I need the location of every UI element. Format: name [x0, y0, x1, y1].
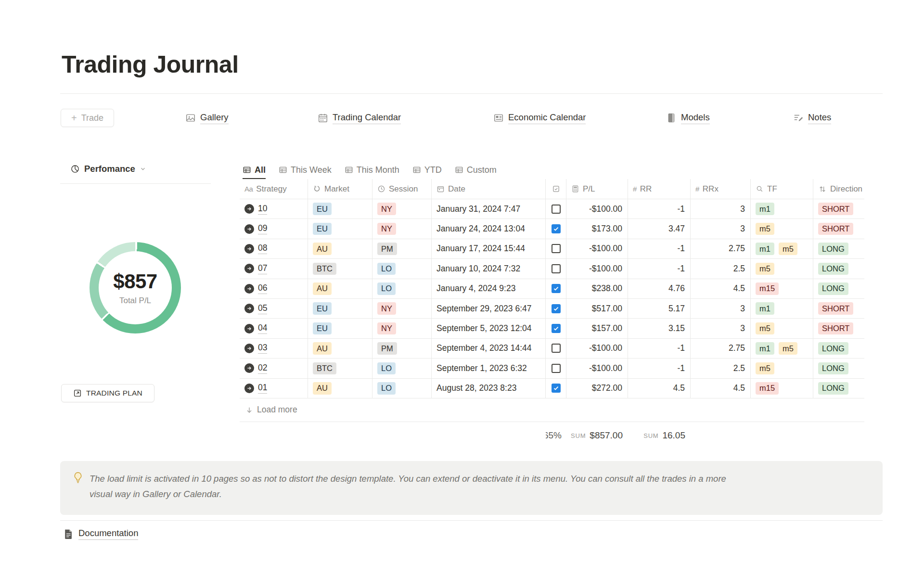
- row-checkbox[interactable]: [552, 324, 561, 333]
- open-page-arrow-icon: [244, 363, 254, 373]
- strategy-link[interactable]: 02: [258, 363, 267, 374]
- tab-custom[interactable]: Custom: [455, 162, 497, 179]
- strategy-link[interactable]: 07: [258, 263, 267, 274]
- sort-arrows-icon: [818, 185, 827, 193]
- strategy-cell: 09: [240, 219, 308, 239]
- column-header-rr[interactable]: # RR: [628, 179, 691, 199]
- rr-sum[interactable]: SUM 16.05: [628, 422, 691, 449]
- tab-this-week[interactable]: This Week: [279, 162, 332, 179]
- tf-cell: m5: [751, 259, 813, 279]
- row-checkbox[interactable]: [552, 264, 561, 273]
- session-cell: LO: [372, 379, 432, 398]
- session-badge: NY: [377, 322, 396, 335]
- date-icon: [436, 185, 445, 193]
- column-header-tf[interactable]: TF: [751, 179, 813, 199]
- column-header-date[interactable]: Date: [432, 179, 546, 199]
- pl-cell: -$100.00: [566, 359, 628, 378]
- pl-sum[interactable]: SUM $857.00: [566, 422, 628, 449]
- date-cell: September 1, 2023 6:32: [432, 359, 546, 378]
- nav-link-economic-calendar[interactable]: Economic Calendar: [493, 109, 586, 127]
- row-checkbox[interactable]: [552, 384, 561, 393]
- session-badge: NY: [377, 203, 396, 215]
- tf-badge: m1: [756, 243, 774, 255]
- checkbox-cell: [546, 279, 566, 299]
- table-view-icon: [243, 166, 251, 174]
- column-header-market[interactable]: Market: [308, 179, 372, 199]
- tf-badge: m5: [756, 223, 774, 235]
- performance-view-selector[interactable]: Perfomance: [70, 164, 146, 174]
- session-cell: NY: [372, 199, 432, 219]
- nav-link-trading-calendar[interactable]: Trading Calendar: [318, 109, 401, 127]
- direction-badge: SHORT: [818, 322, 853, 335]
- row-checkbox[interactable]: [552, 344, 561, 353]
- page-icon: [64, 529, 73, 539]
- strategy-link[interactable]: 01: [258, 383, 267, 394]
- column-header-session[interactable]: Session: [372, 179, 432, 199]
- market-cell: AU: [308, 379, 372, 398]
- tf-badge: m15: [756, 382, 779, 395]
- trading-plan-button[interactable]: TRADING PLAN: [61, 384, 154, 402]
- direction-badge: LONG: [818, 282, 848, 295]
- row-checkbox[interactable]: [552, 205, 561, 214]
- rrx-cell: 2.5: [691, 359, 751, 378]
- row-checkbox[interactable]: [552, 224, 561, 233]
- strategy-link[interactable]: 05: [258, 303, 267, 314]
- strategy-link[interactable]: 06: [258, 283, 267, 294]
- strategy-link[interactable]: 04: [258, 323, 267, 334]
- trade-button[interactable]: + Trade: [61, 109, 114, 127]
- documentation-link[interactable]: Documentation: [64, 528, 138, 540]
- tf-badge: m15: [756, 282, 779, 295]
- rr-cell: -1: [628, 259, 691, 279]
- strategy-link[interactable]: 03: [258, 343, 267, 354]
- table-header-row: Aa Strategy Market Session Date: [240, 179, 864, 199]
- load-more-button[interactable]: Load more: [240, 398, 864, 422]
- tf-badges: m5: [756, 322, 774, 335]
- strategy-link[interactable]: 09: [258, 223, 267, 234]
- column-header-direction[interactable]: Direction: [813, 179, 864, 199]
- tf-badge: m5: [756, 322, 774, 335]
- date-cell: January 31, 2024 7:47: [432, 199, 546, 219]
- market-badge: BTC: [313, 362, 336, 375]
- column-header-checkbox[interactable]: [546, 179, 566, 199]
- rr-cell: 3.15: [628, 319, 691, 338]
- documentation-label: Documentation: [78, 528, 138, 540]
- tf-cell: m15: [751, 279, 813, 299]
- checked-percent[interactable]: 65%: [546, 422, 566, 449]
- checkbox-cell: [546, 259, 566, 279]
- table-view-tabs: All This Week This Month YTD Custom: [240, 162, 864, 179]
- pl-cell: $272.00: [566, 379, 628, 398]
- open-page-arrow-icon: [244, 244, 254, 254]
- tab-ytd[interactable]: YTD: [412, 162, 442, 179]
- strategy-link[interactable]: 08: [258, 243, 267, 254]
- nav-link-gallery[interactable]: Gallery: [185, 109, 229, 127]
- session-cell: PM: [372, 339, 432, 359]
- strategy-cell: 03: [240, 339, 308, 359]
- table-footer-row: 65% SUM $857.00 SUM 16.05: [240, 422, 864, 449]
- open-page-arrow-icon: [244, 344, 254, 353]
- strategy-link[interactable]: 10: [258, 204, 267, 215]
- market-badge: EU: [313, 203, 332, 215]
- row-checkbox[interactable]: [552, 284, 561, 293]
- table-row: 08AUPMJanuary 17, 2024 15:44-$100.00-12.…: [240, 239, 864, 259]
- row-checkbox[interactable]: [552, 364, 561, 373]
- column-header-pl[interactable]: P/L: [566, 179, 628, 199]
- open-page-arrow-icon: [244, 284, 254, 294]
- rrx-cell: 4.5: [691, 379, 751, 398]
- row-checkbox[interactable]: [552, 244, 561, 253]
- column-header-strategy[interactable]: Aa Strategy: [240, 179, 308, 199]
- checkbox-cell: [546, 319, 566, 338]
- direction-cell: LONG: [813, 239, 864, 259]
- rr-sum-value: 16.05: [662, 430, 685, 441]
- tab-all[interactable]: All: [243, 162, 266, 179]
- session-badge: LO: [377, 282, 396, 295]
- rrx-cell: 3: [691, 199, 751, 219]
- checkbox-cell: [546, 339, 566, 359]
- tf-badges: m5: [756, 263, 774, 275]
- market-cell: EU: [308, 299, 372, 319]
- nav-link-notes[interactable]: Notes: [793, 109, 831, 127]
- market-cell: EU: [308, 199, 372, 219]
- tab-this-month[interactable]: This Month: [345, 162, 399, 179]
- column-header-rrx[interactable]: # RRx: [691, 179, 751, 199]
- nav-link-models[interactable]: Models: [666, 109, 710, 127]
- row-checkbox[interactable]: [552, 304, 561, 313]
